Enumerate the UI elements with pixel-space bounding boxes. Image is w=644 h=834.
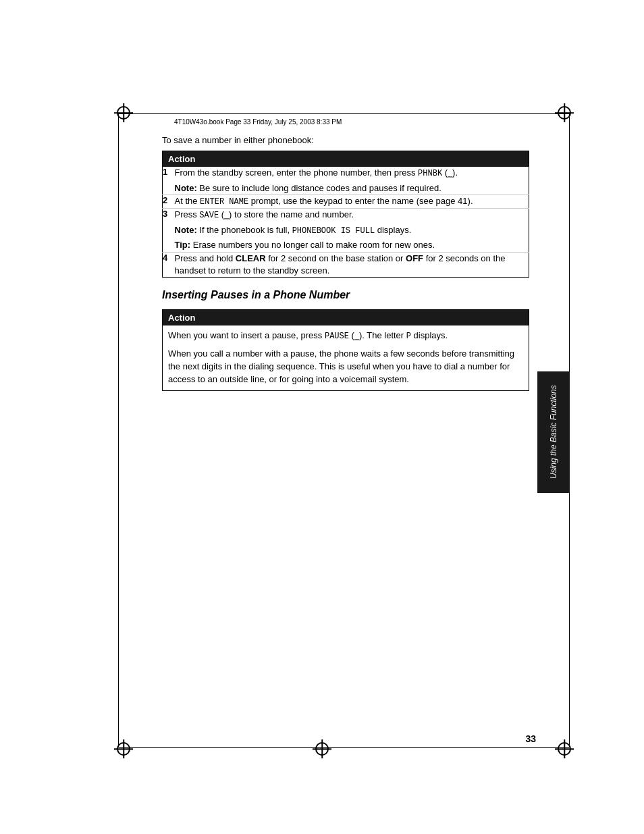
action-table-1: Action 1 From the standby screen, enter …: [162, 151, 529, 278]
page-border-bottom: [118, 747, 570, 748]
step-note-1: Note: Be sure to include long distance c…: [175, 182, 529, 194]
code-icon3: ⎯: [354, 332, 359, 341]
table-header-2: Action: [163, 309, 529, 325]
table-row: 2 At the ENTER NAME prompt, use the keyp…: [163, 194, 529, 208]
content-area: To save a number in either phonebook: Ac…: [162, 135, 529, 736]
tip-label: Tip:: [175, 240, 191, 250]
code-icon2: ⎯: [224, 211, 229, 220]
action-table-2: Action When you want to insert a pause, …: [162, 309, 529, 391]
step-number: 1: [163, 167, 175, 194]
code-pause: PAUSE: [325, 332, 349, 341]
page-border-top: [118, 113, 570, 114]
table-header-1: Action: [163, 151, 529, 167]
code-enter-name: ENTER NAME: [200, 197, 248, 207]
code-icon1: ⎯: [448, 169, 452, 178]
step-number: 2: [163, 194, 175, 208]
code-phnbk: PHNBK: [418, 169, 442, 178]
table-row: 1 From the standby screen, enter the pho…: [163, 167, 529, 194]
note-label-2: Note:: [175, 225, 197, 235]
table-row: When you want to insert a pause, press P…: [163, 325, 529, 390]
intro-text: To save a number in either phonebook:: [162, 135, 529, 145]
code-p: P: [406, 332, 411, 341]
reg-mark-bl: [114, 739, 133, 758]
step-note-3: Note: If the phonebook is full, PHONEBOO…: [175, 224, 529, 237]
page-container: 4T10W43o.book Page 33 Friday, July 25, 2…: [0, 0, 644, 834]
reg-mark-br: [555, 739, 574, 758]
reg-mark-tr: [555, 103, 574, 122]
pause-para-2: When you call a number with a pause, the…: [168, 348, 523, 386]
bold-clear: CLEAR: [236, 253, 266, 263]
code-save: SAVE: [199, 211, 219, 220]
page-number: 33: [525, 733, 536, 744]
bold-off: OFF: [406, 253, 423, 263]
step-number: 3: [163, 208, 175, 252]
note-label: Note:: [175, 183, 197, 193]
reg-mark-bc: [313, 739, 331, 758]
pause-content: When you want to insert a pause, press P…: [163, 325, 529, 390]
table-row: 3 Press SAVE (⎯) to store the name and n…: [163, 208, 529, 252]
file-info: 4T10W43o.book Page 33 Friday, July 25, 2…: [174, 118, 342, 126]
tip-text-3: Tip: Erase numbers you no longer call to…: [175, 239, 529, 251]
page-border-left: [118, 113, 119, 748]
step-content: At the ENTER NAME prompt, use the keypad…: [175, 194, 529, 208]
step-number: 4: [163, 252, 175, 277]
section-heading: Inserting Pauses in a Phone Number: [162, 288, 529, 303]
table-row: 4 Press and hold CLEAR for 2 second on t…: [163, 252, 529, 277]
step-content: From the standby screen, enter the phone…: [175, 167, 529, 194]
sidebar-tab: Using the Basic Functions: [537, 371, 570, 493]
pause-para-1: When you want to insert a pause, press P…: [168, 330, 523, 342]
reg-mark-tl: [114, 103, 133, 122]
step-content: Press and hold CLEAR for 2 second on the…: [175, 252, 529, 277]
code-phonebook-full: PHONEBOOK IS FULL: [292, 226, 375, 236]
step-content: Press SAVE (⎯) to store the name and num…: [175, 208, 529, 252]
